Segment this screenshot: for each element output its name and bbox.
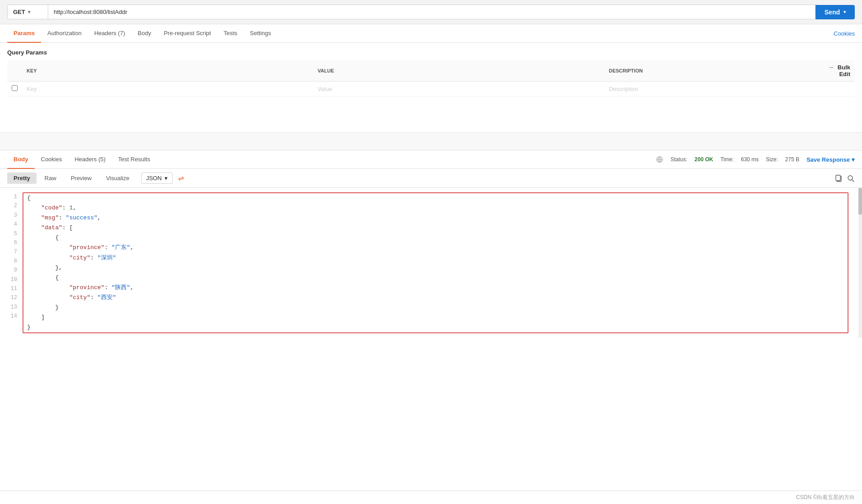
line-numbers: 1 2 3 4 5 6 7 8 9 10 11 12 13 14 xyxy=(0,192,23,333)
response-section: Body Cookies Headers (5) Test Results St… xyxy=(0,150,862,338)
size-label: Size: xyxy=(766,156,778,163)
size-value: 275 B xyxy=(785,156,799,163)
row-checkbox-input[interactable] xyxy=(12,85,18,91)
save-response-button[interactable]: Save Response ▾ xyxy=(807,156,855,163)
json-body: 1 2 3 4 5 6 7 8 9 10 11 12 13 14 { "code… xyxy=(0,188,862,338)
format-tab-raw[interactable]: Raw xyxy=(38,173,63,184)
section-divider xyxy=(0,132,862,150)
copy-icon[interactable] xyxy=(835,174,843,182)
params-checkbox-header xyxy=(7,60,22,82)
params-desc-header: DESCRIPTION xyxy=(604,60,812,82)
json-format-selector[interactable]: JSON ▾ xyxy=(141,173,173,184)
bulk-edit-button[interactable]: Bulk Edit xyxy=(838,64,850,77)
resp-tab-test-results[interactable]: Test Results xyxy=(112,150,156,169)
send-button[interactable]: Send ▾ xyxy=(816,5,855,19)
desc-cell[interactable]: Description xyxy=(604,82,812,96)
tab-pre-request-script[interactable]: Pre-request Script xyxy=(157,24,217,43)
resp-tab-headers[interactable]: Headers (5) xyxy=(68,150,112,169)
tab-body[interactable]: Body xyxy=(132,24,158,43)
time-label: Time: xyxy=(720,156,734,163)
time-value: 630 ms xyxy=(741,156,758,163)
json-format-chevron-icon: ▾ xyxy=(165,175,168,182)
save-response-chevron-icon: ▾ xyxy=(852,156,855,163)
tab-headers[interactable]: Headers (7) xyxy=(88,24,132,43)
value-cell[interactable]: Value xyxy=(313,82,605,96)
svg-line-7 xyxy=(852,180,854,182)
tab-authorization[interactable]: Authorization xyxy=(41,24,88,43)
format-tab-preview[interactable]: Preview xyxy=(64,173,98,184)
request-tabs: Params Authorization Headers (7) Body Pr… xyxy=(0,24,862,43)
cookies-link[interactable]: Cookies xyxy=(834,30,855,37)
params-value-header: VALUE xyxy=(313,60,605,82)
scrollbar-thumb[interactable] xyxy=(858,188,862,215)
url-input[interactable] xyxy=(48,5,816,19)
tab-params[interactable]: Params xyxy=(7,24,41,43)
status-code: 200 OK xyxy=(695,156,713,163)
globe-icon xyxy=(656,156,663,163)
method-label: GET xyxy=(13,9,25,15)
svg-rect-5 xyxy=(836,175,840,181)
query-params-title: Query Params xyxy=(7,49,855,56)
format-tabs-right xyxy=(835,174,855,182)
query-params-section: Query Params KEY VALUE DESCRIPTION ··· B… xyxy=(0,43,862,96)
resp-tab-body[interactable]: Body xyxy=(7,150,35,169)
response-body-area: 1 2 3 4 5 6 7 8 9 10 11 12 13 14 { "code… xyxy=(0,188,862,338)
format-tabs-bar: Pretty Raw Preview Visualize JSON ▾ ⇌ xyxy=(0,169,862,188)
params-key-header: KEY xyxy=(22,60,313,82)
scrollbar-track xyxy=(858,188,862,338)
format-tab-visualize[interactable]: Visualize xyxy=(100,173,136,184)
params-actions-header: ··· Bulk Edit xyxy=(813,60,855,82)
row-checkbox xyxy=(7,82,22,96)
response-tabs-bar: Body Cookies Headers (5) Test Results St… xyxy=(0,150,862,169)
row-actions xyxy=(813,82,855,96)
wrap-icon[interactable]: ⇌ xyxy=(178,174,184,182)
params-table: KEY VALUE DESCRIPTION ··· Bulk Edit Key … xyxy=(7,60,855,96)
status-label: Status: xyxy=(670,156,687,163)
key-cell[interactable]: Key xyxy=(22,82,313,96)
table-row: Key Value Description xyxy=(7,82,855,96)
search-icon[interactable] xyxy=(847,174,855,182)
json-code-block: { "code": 1, "msg": "success", "data": [… xyxy=(23,192,848,333)
tab-tests[interactable]: Tests xyxy=(217,24,243,43)
response-status-bar: Status: 200 OK Time: 630 ms Size: 275 B … xyxy=(656,156,855,163)
send-chevron-icon: ▾ xyxy=(844,9,846,14)
more-icon[interactable]: ··· xyxy=(829,65,833,70)
method-selector[interactable]: GET ▾ xyxy=(7,5,48,19)
format-tab-pretty[interactable]: Pretty xyxy=(7,173,37,184)
send-label: Send xyxy=(825,9,840,16)
method-chevron-icon: ▾ xyxy=(28,9,30,14)
url-bar: GET ▾ Send ▾ xyxy=(0,0,862,24)
resp-tab-cookies[interactable]: Cookies xyxy=(35,150,69,169)
tab-settings[interactable]: Settings xyxy=(243,24,277,43)
